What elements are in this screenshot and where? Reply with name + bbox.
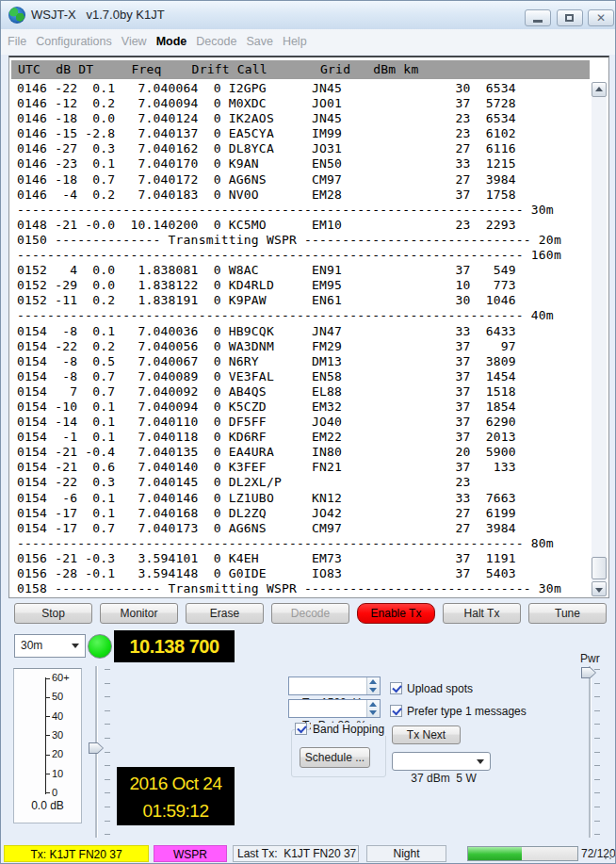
wsjt-x-window: WSJT-X v1.7.0 by K1JT ✕ FileConfiguratio… [0,0,616,864]
prefer-type1-checkbox[interactable] [390,705,402,717]
transmit-row: 0158 -------------- Transmitting WSPR --… [17,581,593,596]
transmit-row: 0150 -------------- Transmitting WSPR --… [17,233,593,248]
slider-tick [105,807,110,807]
spinner-buttons[interactable] [366,700,380,717]
decode-text-area: UTC dB DT Freq Drift Call Grid dBm km 01… [8,56,609,598]
slider-tick [105,738,110,739]
meter-tick [45,716,50,717]
menu-item-configurations[interactable]: Configurations [31,29,117,48]
chevron-down-icon [477,759,484,768]
meter-scale-label: 60+ [52,672,70,683]
slider-tick [594,669,600,670]
menu-item-mode[interactable]: Mode [152,29,192,48]
band-select[interactable]: 30m [14,634,86,658]
restore-button[interactable] [557,9,583,26]
scrollbar-up-button[interactable] [592,82,607,97]
tx-next-button[interactable]: Tx Next [392,725,461,744]
meter-tick [45,774,50,774]
clock-display: 2016 Oct 24 01:59:12 [117,767,235,825]
slider-tick [594,724,600,725]
slider-tick [594,696,600,697]
halt-tx-button[interactable]: Halt Tx [443,603,521,624]
menubar: FileConfigurationsViewModeDecodeSaveHelp [1,29,615,55]
resize-grip[interactable] [604,852,612,860]
pwr-slider-track[interactable] [589,666,592,838]
decode-row: 0146 -12 0.2 7.040094 0 M0XDC JO01 37 57… [17,96,593,111]
decode-row: 0154 -6 0.1 7.040146 0 LZ1UBO KN12 33 76… [17,491,593,506]
slider-tick [594,683,600,684]
decode-row: 0146 -27 0.3 7.040162 0 DL8YCA JO31 27 6… [17,141,593,156]
tx-percent-spinner[interactable]: Tx Pct 20 % [288,699,381,718]
slider-tick [105,710,110,711]
decode-row: 0154 -17 0.1 7.040168 0 DL2ZQ JO42 27 61… [17,506,593,521]
slider-tick [105,696,110,697]
arrow-up-icon [595,87,603,91]
band-hopping-label: Band Hopping [311,723,386,736]
progress-fill [468,847,522,860]
minimize-button[interactable] [525,9,551,26]
frequency-display: 10.138 700 [114,630,235,662]
enable-tx-button[interactable]: Enable Tx [357,603,435,624]
spinner-buttons[interactable] [366,677,380,694]
meter-scale-label: 0 [52,787,57,798]
close-button[interactable]: ✕ [588,9,614,26]
app-icon [8,7,25,24]
band-hopping-checkbox[interactable] [295,723,307,735]
titlebar[interactable]: WSJT-X v1.7.0 by K1JT ✕ [1,1,615,30]
decode-row: 0154 -8 0.5 7.040067 0 N6RY DM13 37 3809 [17,354,593,369]
decode-rows: 0146 -22 0.1 7.040064 0 I2GPG JN45 30 65… [9,81,593,596]
decode-row: 0154 -10 0.1 7.040094 0 K5CZD EM32 37 18… [17,399,593,415]
decode-row: 0156 -21 -0.3 3.594101 0 K4EH EM73 37 11… [17,551,593,566]
window-title: WSJT-X v1.7.0 [31,8,120,22]
day-night-panel: Night [366,845,446,862]
check-icon [392,683,401,693]
scrollbar-down-button[interactable] [592,581,607,596]
meter-scale-label: 10 [52,768,63,779]
slider-tick [105,752,110,753]
decode-row: 0154 -22 0.3 7.040145 0 DL2XL/P 23 [17,475,593,490]
upload-spots-checkbox[interactable] [390,682,402,694]
decode-row: 0154 -14 0.1 7.040110 0 DF5FF JO40 37 62… [17,415,593,430]
meter-scale-label: 50 [52,691,63,702]
scrollbar-thumb[interactable] [592,557,607,579]
slider-tick [594,765,600,766]
decode-row: 0152 -29 0.0 1.838122 0 KD4RLD EM95 10 7… [17,278,593,293]
meter-tick [45,678,50,679]
slider-tick [594,779,600,780]
band-select-value: 30m [21,639,42,652]
tune-button[interactable]: Tune [528,603,607,624]
arrow-down-icon [595,588,603,593]
menu-item-decode[interactable]: Decode [191,29,241,48]
spin-down-icon [369,688,377,693]
menu-item-help[interactable]: Help [278,29,312,48]
restore-icon [565,14,574,22]
decode-button[interactable]: Decode [271,603,349,624]
menu-item-save[interactable]: Save [241,29,278,48]
slider-tick [105,765,110,766]
erase-button[interactable]: Erase [186,603,264,624]
decode-row: 0146 -23 0.1 7.040170 0 K9AN EN50 33 121… [17,156,593,171]
gain-slider-handle[interactable] [89,742,104,754]
monitor-button[interactable]: Monitor [100,603,178,624]
check-icon [297,724,306,734]
slider-tick [105,821,110,822]
slider-tick [594,821,600,822]
decode-row: 0154 -17 0.7 7.040173 0 AG6NS CM97 27 39… [17,521,593,536]
meter-tick [45,735,50,736]
band-separator-row: ----------------------------------------… [17,308,593,323]
clock-date: 2016 Oct 24 [117,769,235,796]
spin-up-icon [369,679,377,684]
schedule-button[interactable]: Schedule ... [300,747,370,768]
scrollbar[interactable] [592,82,607,596]
prefer-type1-label: Prefer type 1 messages [407,705,527,718]
menu-item-view[interactable]: View [117,29,152,48]
decode-row: 0146 -15 -2.8 7.040137 0 EA5CYA IM99 23 … [17,126,593,141]
menu-item-file[interactable]: File [3,29,31,48]
stop-button[interactable]: Stop [14,603,92,624]
power-select[interactable]: 37 dBm 5 W [392,752,491,771]
decode-row: 0154 -8 0.1 7.040036 0 HB9CQK JN47 33 64… [17,324,593,339]
decode-row: 0154 -1 0.1 7.040118 0 KD6RF EM22 37 201… [17,430,593,445]
table-header: UTC dB DT Freq Drift Call Grid dBm km [11,60,590,79]
meter-tick [45,697,50,698]
tx-frequency-spinner[interactable]: Tx 1500 Hz [288,677,381,695]
